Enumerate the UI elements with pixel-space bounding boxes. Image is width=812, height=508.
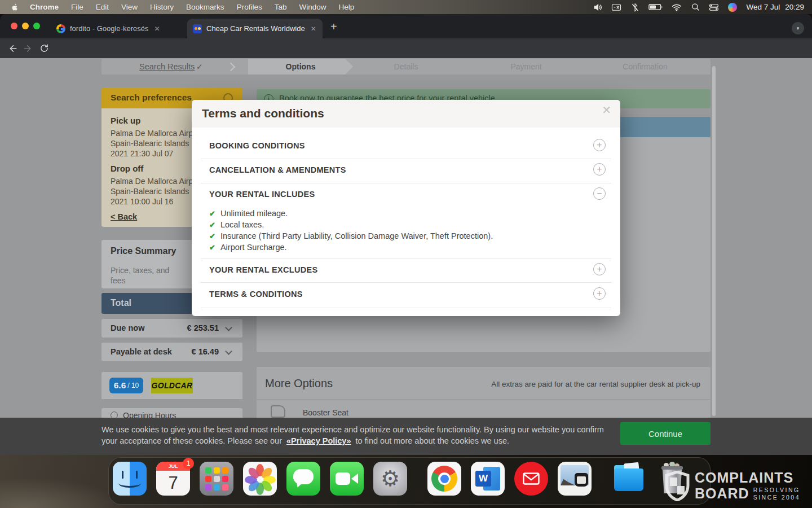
- menu-item-edit[interactable]: Edit: [90, 3, 115, 11]
- tab-economybookings[interactable]: Cheap Car Rentals Worldwide ✕: [187, 19, 323, 38]
- dock-photos-icon[interactable]: [243, 462, 277, 496]
- step-details: Details: [372, 62, 440, 71]
- tab-search-button[interactable]: ▾: [792, 22, 804, 34]
- menu-item-bookmarks[interactable]: Bookmarks: [180, 3, 231, 11]
- booster-seat-label: Booster Seat: [303, 408, 348, 417]
- dock-word-icon[interactable]: W: [471, 462, 505, 496]
- dropoff-line: 2021 10:00 Jul 16: [111, 196, 173, 207]
- cookie-text: your acceptance of these cookies. Please…: [102, 436, 282, 445]
- tab-google-search[interactable]: fordito - Google-keresés ✕: [56, 19, 186, 38]
- check-icon: ✔: [209, 243, 215, 252]
- section-rental-includes[interactable]: YOUR RENTAL INCLUDES: [209, 190, 315, 199]
- include-item-text: Airport Surcharge.: [220, 243, 287, 252]
- menu-item-help[interactable]: Help: [332, 3, 360, 11]
- dock-messages-icon[interactable]: [286, 462, 320, 496]
- menubar-clock[interactable]: 20:29: [785, 3, 804, 11]
- close-tab-icon[interactable]: ✕: [311, 25, 316, 33]
- menu-item-chrome[interactable]: Chrome: [24, 3, 65, 11]
- pickup-line: Palma De Mallorca Airport: [111, 128, 202, 139]
- rating-score: 6.6: [114, 380, 126, 391]
- menu-item-history[interactable]: History: [144, 3, 180, 11]
- battery-icon[interactable]: [648, 3, 663, 12]
- watermark-sub2: SINCE 2004: [753, 494, 800, 501]
- bluetooth-off-icon[interactable]: [630, 3, 640, 12]
- desktop: JUL 7 1 ⚙: [0, 455, 812, 508]
- chevron-down-icon[interactable]: [225, 324, 232, 331]
- rating-badge: 6.6 / 10: [109, 378, 143, 393]
- include-item: ✔Unlimited mileage.: [209, 209, 288, 218]
- dropoff-line: Spain-Balearic Islands: [111, 186, 189, 197]
- chevron-down-icon[interactable]: [225, 348, 232, 355]
- minimize-window-button[interactable]: [22, 23, 29, 29]
- collapse-icon[interactable]: −: [593, 187, 606, 200]
- price-summary-subtitle: fees: [111, 276, 125, 285]
- dock-system-preferences-icon[interactable]: ⚙: [373, 462, 407, 496]
- dock-finder-icon[interactable]: [113, 462, 147, 496]
- menu-item-file[interactable]: File: [65, 3, 90, 11]
- dock-chrome-icon[interactable]: [427, 462, 461, 496]
- keyboard-input-icon[interactable]: [611, 3, 621, 12]
- cookie-text: to find out more about the cookies we us…: [356, 436, 509, 445]
- forward-button[interactable]: [20, 41, 36, 56]
- back-link[interactable]: < Back: [111, 212, 137, 222]
- search-results-link[interactable]: Search Results: [139, 62, 195, 71]
- tab-title: fordito - Google-keresés: [70, 24, 148, 33]
- step-options: Options: [248, 59, 353, 75]
- payable-label: Payable at desk: [111, 347, 172, 356]
- continue-button[interactable]: Continue: [620, 422, 710, 445]
- expand-icon[interactable]: +: [593, 287, 606, 300]
- dock-downloads-folder-icon[interactable]: [612, 462, 646, 496]
- due-now-row[interactable]: Due now € 253.51: [102, 319, 242, 338]
- payable-at-desk-row[interactable]: Payable at desk € 16.49: [102, 343, 242, 361]
- total-label: Total: [111, 298, 131, 308]
- dock-facetime-icon[interactable]: [330, 462, 364, 496]
- siri-icon[interactable]: [727, 3, 738, 12]
- watermark-sub1: RESOLVING: [753, 487, 800, 493]
- section-booking-conditions[interactable]: BOOKING CONDITIONS: [209, 141, 305, 150]
- pickup-label: Pick up: [111, 116, 140, 126]
- reload-button[interactable]: [36, 41, 52, 56]
- menu-item-profiles[interactable]: Profiles: [231, 3, 268, 11]
- expand-icon[interactable]: +: [593, 263, 606, 275]
- back-button[interactable]: [5, 41, 20, 56]
- expand-icon[interactable]: +: [593, 163, 606, 176]
- menu-item-tab[interactable]: Tab: [268, 3, 293, 11]
- dock-launchpad-icon[interactable]: [200, 462, 233, 496]
- expand-icon[interactable]: +: [593, 139, 606, 151]
- supplier-logo: GOLDCAR: [151, 378, 193, 393]
- section-rental-excludes[interactable]: YOUR RENTAL EXCLUDES: [209, 265, 317, 274]
- cookie-banner: We use cookies to give you the best and …: [0, 418, 812, 455]
- tab-title: Cheap Car Rentals Worldwide: [206, 24, 305, 33]
- menubar-date[interactable]: Wed 7 Jul: [746, 3, 780, 11]
- close-window-button[interactable]: [11, 23, 17, 29]
- privacy-policy-link[interactable]: «Privacy Policy»: [286, 436, 351, 445]
- page-scrollbar[interactable]: [712, 66, 716, 416]
- dock-calendar-icon[interactable]: JUL 7 1: [156, 462, 190, 496]
- include-item: ✔Local taxes.: [209, 220, 264, 229]
- section-terms-conditions[interactable]: TERMS & CONDITIONS: [209, 290, 303, 299]
- new-tab-button[interactable]: +: [330, 21, 337, 32]
- divider: [201, 308, 611, 308]
- control-center-icon[interactable]: [709, 3, 719, 12]
- macos-menu-bar: Chrome File Edit View History Bookmarks …: [0, 0, 812, 14]
- zoom-window-button[interactable]: [33, 23, 40, 29]
- spotlight-icon[interactable]: [690, 3, 700, 12]
- apple-logo-icon[interactable]: [10, 3, 24, 12]
- divider: [257, 399, 710, 400]
- check-icon: ✔: [209, 221, 215, 229]
- dock-preview-icon[interactable]: [558, 462, 592, 496]
- menu-item-window[interactable]: Window: [293, 3, 332, 11]
- dock-mail-icon[interactable]: [514, 462, 548, 496]
- volume-icon[interactable]: [593, 3, 603, 12]
- menu-item-view[interactable]: View: [115, 3, 144, 11]
- cookie-text-line1: We use cookies to give you the best and …: [102, 425, 604, 434]
- close-icon[interactable]: ✕: [602, 103, 611, 117]
- wifi-icon[interactable]: [672, 3, 682, 12]
- include-item-text: Insurance (Third Party Liability, Collis…: [220, 231, 493, 240]
- more-options-note: All extras are paid for at the car renta…: [491, 380, 700, 388]
- pickup-line: Spain-Balearic Islands: [111, 138, 189, 149]
- check-icon: ✓: [196, 62, 203, 71]
- section-cancellation[interactable]: CANCELLATION & AMENDMENTS: [209, 165, 346, 174]
- divider: [201, 282, 611, 283]
- close-tab-icon[interactable]: ✕: [154, 25, 160, 33]
